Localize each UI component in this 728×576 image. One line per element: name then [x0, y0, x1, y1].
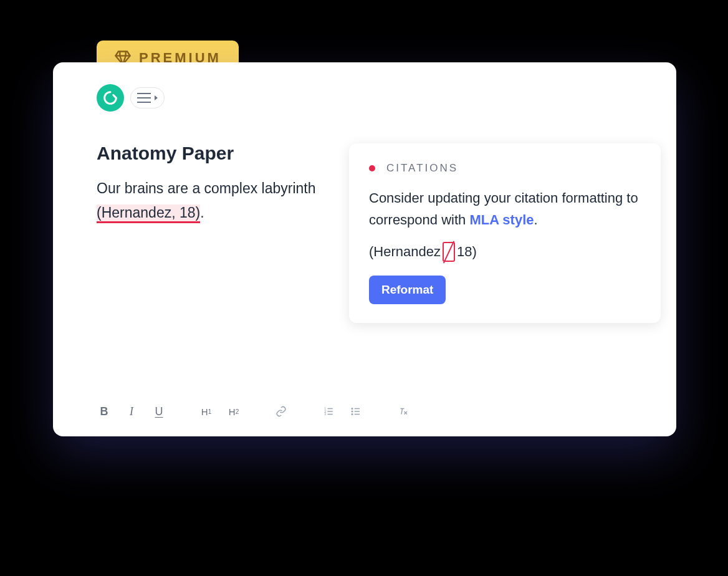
underline-button[interactable]: U: [151, 404, 166, 419]
formatting-toolbar: B I U H1 H2 1 2 3: [97, 404, 411, 419]
bold-button[interactable]: B: [97, 404, 112, 419]
text-after: .: [200, 204, 204, 221]
style-link[interactable]: MLA style: [469, 212, 534, 228]
clear-format-icon: [398, 406, 409, 417]
suggestion-header: CITATIONS: [369, 162, 641, 175]
chevron-right-icon: [155, 95, 158, 100]
example-after: 18): [457, 244, 477, 260]
clear-formatting-button[interactable]: [396, 404, 411, 419]
document-body[interactable]: Our brains are a complex labyrinth (Hern…: [97, 176, 333, 225]
italic-button[interactable]: I: [124, 404, 139, 419]
menu-toggle[interactable]: [130, 87, 165, 108]
reformat-button[interactable]: Reformat: [369, 276, 446, 304]
example-before: (Hernandez: [369, 244, 441, 260]
link-icon: [275, 406, 287, 417]
citation-highlight[interactable]: (Hernandez, 18): [97, 204, 200, 223]
suggestion-message: Consider updating your citation formatti…: [369, 187, 641, 231]
h2-button[interactable]: H2: [226, 404, 241, 419]
h1-button[interactable]: H1: [199, 404, 214, 419]
svg-point-9: [352, 408, 353, 410]
citation-example: (Hernandez , 18): [369, 242, 641, 262]
svg-point-10: [352, 411, 353, 412]
hamburger-icon: [137, 93, 151, 103]
suggestion-msg-after: .: [534, 212, 538, 228]
editor-card: Anatomy Paper Our brains are a complex l…: [53, 62, 676, 436]
suggestion-card: CITATIONS Consider updating your citatio…: [349, 143, 661, 323]
unordered-list-icon: [350, 406, 362, 417]
suggestion-category: CITATIONS: [386, 162, 458, 175]
grammarly-logo-icon[interactable]: [97, 84, 124, 112]
text-before: Our brains are a complex labyrinth: [97, 180, 316, 196]
svg-text:3: 3: [324, 412, 326, 416]
alert-dot-icon: [369, 165, 375, 171]
unordered-list-button[interactable]: [348, 404, 363, 419]
correction-box: ,: [443, 242, 455, 262]
svg-point-11: [352, 414, 353, 415]
ordered-list-icon: 1 2 3: [323, 406, 334, 417]
link-button[interactable]: [274, 404, 289, 419]
logo-row: [97, 84, 651, 112]
ordered-list-button[interactable]: 1 2 3: [321, 404, 336, 419]
